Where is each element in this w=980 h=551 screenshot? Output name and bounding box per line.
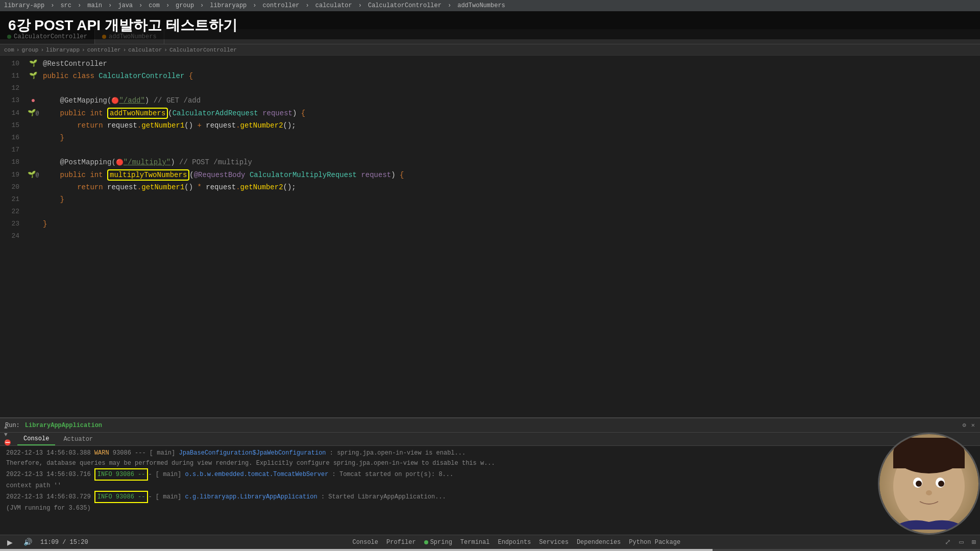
code-line-17: 17: [0, 144, 980, 156]
code-scroll: 10 🌱 @RestController 11 🌱 public class C…: [0, 56, 980, 417]
nav-sep7: ›: [253, 2, 256, 9]
code-line-12: 12: [0, 82, 980, 94]
webcam-face: [879, 434, 978, 533]
toolbar-profiler[interactable]: Profiler: [386, 539, 416, 546]
bc-calccontroller: CalculatorController: [169, 47, 237, 53]
console-line-5: 2022-12-13 14:56:03.729 INFO 93086 --- […: [6, 491, 974, 503]
nav-com[interactable]: com: [149, 2, 160, 9]
main-layout: 6강 POST API 개발하고 테스트하기 CalculatorControl…: [0, 11, 980, 551]
bc-libraryapp: libraryapp: [46, 47, 80, 53]
nav-libraryapp[interactable]: libraryapp: [210, 2, 247, 9]
settings-icon[interactable]: ⚙: [963, 421, 966, 429]
bc-sep2: ›: [40, 47, 44, 53]
app-name: LibraryAppApplication: [25, 422, 102, 429]
nav-controller[interactable]: controller: [263, 2, 300, 9]
nav-sep8: ›: [306, 2, 309, 9]
webcam-overlay: [878, 433, 980, 535]
nav-addtwonumbers[interactable]: addTwoNumbers: [457, 2, 505, 9]
fullscreen-icon[interactable]: ⤢: [945, 538, 951, 546]
svg-point-6: [938, 481, 944, 487]
code-line-11: 11 🌱 public class CalculatorController {: [0, 70, 980, 82]
code-line-20: 20 return request.getNumber1() * request…: [0, 181, 980, 193]
code-line-14: 14 🌱@ public int addTwoNumbers(Calculato…: [0, 107, 980, 119]
toolbar-console[interactable]: Console: [353, 539, 378, 546]
close-run-icon[interactable]: ✕: [971, 421, 975, 429]
breadcrumb: com › group › libraryapp › controller › …: [0, 44, 980, 56]
tab-actuator[interactable]: Actuator: [57, 433, 99, 445]
nav-main[interactable]: main: [87, 2, 102, 9]
run-header: Run: LibraryAppApplication ⚙ ✕: [0, 418, 980, 433]
title-overlay: 6강 POST API 개발하고 테스트하기: [0, 11, 980, 39]
nav-src[interactable]: src: [60, 2, 71, 9]
bc-group: group: [21, 47, 38, 53]
toolbar-spring[interactable]: Spring: [424, 539, 452, 546]
code-line-22: 22: [0, 206, 980, 218]
bottom-toolbar: ▶ 🔊 11:09 / 15:20 Console Profiler Sprin…: [0, 535, 980, 549]
nav-sep9: ›: [358, 2, 362, 9]
svg-point-5: [916, 481, 922, 487]
nav-sep6: ›: [200, 2, 204, 9]
progress-bar-container[interactable]: [0, 549, 980, 551]
run-side-icon-2[interactable]: ▼: [4, 432, 11, 438]
toolbar-terminal[interactable]: Terminal: [460, 539, 490, 546]
top-bar: library-app › src › main › java › com › …: [0, 0, 980, 11]
toolbar-dependencies[interactable]: Dependencies: [577, 539, 621, 546]
svg-point-7: [926, 490, 932, 495]
console-line-4: context path '': [6, 481, 974, 491]
console-content: 2022-12-13 14:56:03.388 WARN 93086 --- […: [0, 446, 980, 535]
svg-rect-2: [893, 453, 965, 468]
code-line-24: 24: [0, 230, 980, 242]
code-line-18: 18 @PostMapping(🔴"/multiply") // POST /m…: [0, 156, 980, 169]
code-line-16: 16 }: [0, 132, 980, 144]
bc-controller: controller: [87, 47, 121, 53]
nav-sep10: ›: [448, 2, 451, 9]
console-line-6: (JVM running for 3.635): [6, 503, 974, 513]
nav-java[interactable]: java: [118, 2, 133, 9]
bc-sep5: ›: [164, 47, 167, 53]
nav-calculator[interactable]: calculator: [315, 2, 352, 9]
bc-sep1: ›: [16, 47, 20, 53]
nav-group[interactable]: group: [176, 2, 194, 9]
toolbar-python-package[interactable]: Python Package: [629, 539, 680, 546]
bc-calculator: calculator: [128, 47, 162, 53]
nav-sep2: ›: [78, 2, 81, 9]
nav-calccontroller[interactable]: CalculatorController: [368, 2, 442, 9]
nav-library-app[interactable]: library-app: [4, 2, 44, 9]
code-line-19: 19 🌱@ public int multiplyTwoNumbers(@Req…: [0, 169, 980, 181]
run-side-icon-1[interactable]: ▲: [4, 424, 11, 430]
console-line-3: 2022-12-13 14:56:03.716 INFO 93086 --- […: [6, 468, 974, 481]
run-side-icon-3[interactable]: ⛔: [4, 439, 11, 446]
tab-console[interactable]: Console: [17, 433, 55, 445]
bc-sep3: ›: [82, 47, 85, 53]
nav-sep3: ›: [108, 2, 112, 9]
nav-sep4: ›: [139, 2, 142, 9]
console-line-1: 2022-12-13 14:56:03.388 WARN 93086 --- […: [6, 448, 974, 458]
nav-sep1: ›: [51, 2, 54, 9]
page-title: 6강 POST API 개발하고 테스트하기: [8, 16, 237, 35]
code-line-21: 21 }: [0, 193, 980, 206]
volume-button[interactable]: 🔊: [23, 538, 32, 546]
editor-section: CalculatorController addTwoNumbers com ›…: [0, 11, 980, 551]
bc-com: com: [4, 47, 14, 53]
toolbar-endpoints[interactable]: Endpoints: [498, 539, 531, 546]
code-line-15: 15 return request.getNumber1() + request…: [0, 119, 980, 132]
console-line-2: Therefore, database queries may be perfo…: [6, 458, 974, 468]
layout-icon[interactable]: ▭: [959, 538, 963, 546]
bc-sep4: ›: [123, 47, 127, 53]
code-line-10: 10 🌱 @RestController: [0, 58, 980, 70]
nav-sep5: ›: [166, 2, 169, 9]
run-panel: Run: LibraryAppApplication ⚙ ✕ ▲ ▼ ⛔ ↺ C…: [0, 417, 980, 535]
code-line-23: 23 }: [0, 218, 980, 230]
grid-icon[interactable]: ⊞: [972, 538, 976, 546]
play-button[interactable]: ▶: [4, 537, 15, 548]
time-display: 11:09 / 15:20: [40, 539, 88, 546]
toolbar-services[interactable]: Services: [539, 539, 569, 546]
code-line-13: 13 ● @GetMapping(🔴"/add") // GET /add: [0, 94, 980, 107]
run-tabs: ▲ ▼ ⛔ ↺ Console Actuator: [0, 433, 980, 446]
progress-bar: [0, 549, 713, 551]
